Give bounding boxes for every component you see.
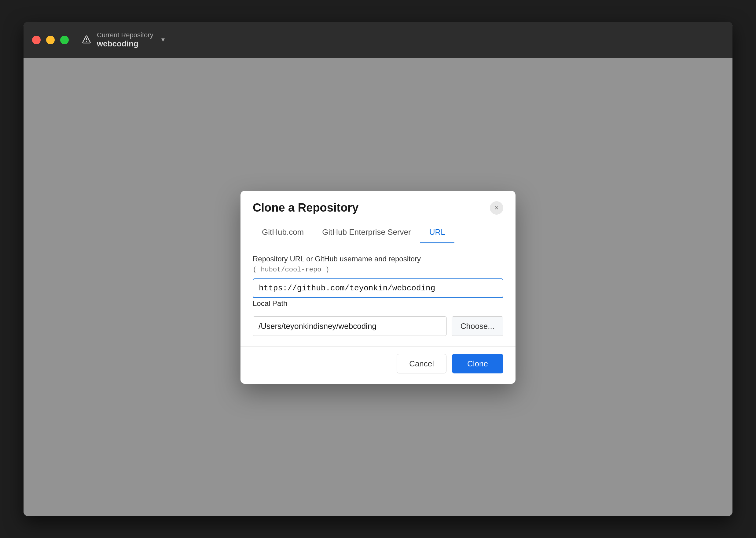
- tab-url[interactable]: URL: [420, 222, 454, 243]
- dialog-body: Repository URL or GitHub username and re…: [240, 243, 516, 346]
- local-path-row: Choose...: [253, 316, 503, 336]
- tab-github[interactable]: GitHub.com: [253, 222, 313, 243]
- repo-info: Current Repository webcoding: [97, 31, 154, 49]
- local-path-section: Local Path Choose...: [253, 299, 503, 336]
- dialog-title: Clone a Repository: [253, 201, 358, 214]
- titlebar: Current Repository webcoding ▾: [24, 22, 732, 58]
- repo-label: Current Repository: [97, 31, 154, 39]
- minimize-window-button[interactable]: [46, 36, 55, 44]
- traffic-lights: [32, 36, 69, 44]
- tab-bar: GitHub.com GitHub Enterprise Server URL: [240, 222, 516, 243]
- cancel-button[interactable]: Cancel: [397, 354, 446, 373]
- clone-dialog: Clone a Repository × GitHub.com GitHub E…: [240, 191, 516, 384]
- tab-enterprise[interactable]: GitHub Enterprise Server: [313, 222, 420, 243]
- clone-button[interactable]: Clone: [452, 354, 503, 373]
- url-field-group: Repository URL or GitHub username and re…: [253, 254, 503, 298]
- choose-button[interactable]: Choose...: [452, 316, 503, 336]
- warning-icon: [81, 34, 92, 45]
- local-path-input[interactable]: [253, 316, 447, 336]
- local-path-label: Local Path: [253, 299, 503, 308]
- url-hint: ( hubot/cool-repo ): [253, 266, 329, 274]
- url-input[interactable]: [253, 279, 503, 298]
- dialog-header: Clone a Repository ×: [240, 191, 516, 215]
- repo-dropdown-arrow: ▾: [161, 36, 165, 44]
- app-window: Current Repository webcoding ▾ Clone a R…: [24, 22, 732, 516]
- close-window-button[interactable]: [32, 36, 41, 44]
- maximize-window-button[interactable]: [60, 36, 69, 44]
- repo-selector[interactable]: Current Repository webcoding ▾: [81, 31, 165, 49]
- url-field-label: Repository URL or GitHub username and re…: [253, 254, 503, 275]
- dialog-close-button[interactable]: ×: [490, 201, 503, 215]
- dialog-overlay: Clone a Repository × GitHub.com GitHub E…: [24, 58, 732, 516]
- dialog-footer: Cancel Clone: [240, 346, 516, 384]
- main-content: Clone a Repository × GitHub.com GitHub E…: [24, 58, 732, 516]
- repo-name: webcoding: [97, 39, 154, 49]
